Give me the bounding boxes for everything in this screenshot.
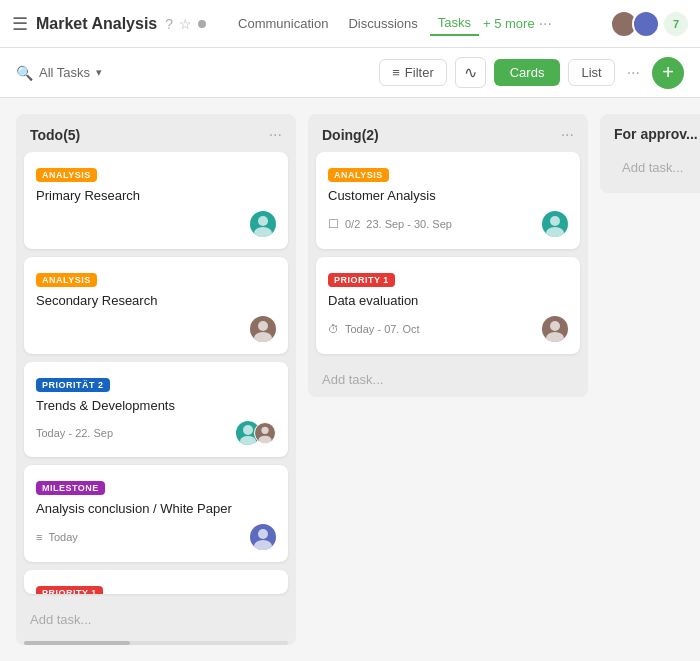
- avatar: [542, 316, 568, 342]
- card-footer: [36, 211, 276, 237]
- column-todo-header: Todo(5) ···: [16, 114, 296, 152]
- tag-priority1: PRIORITY 1: [36, 586, 103, 594]
- svg-point-0: [258, 216, 268, 226]
- nav-communication[interactable]: Communication: [230, 12, 336, 35]
- activity-icon: ∿: [464, 63, 477, 82]
- card-title: Trends & Developments: [36, 398, 276, 413]
- column-todo-more[interactable]: ···: [269, 126, 282, 144]
- card-footer: [36, 316, 276, 342]
- svg-point-2: [258, 321, 268, 331]
- nav-ellipsis[interactable]: ···: [539, 15, 552, 33]
- svg-point-1: [254, 227, 272, 237]
- svg-point-5: [240, 436, 256, 445]
- activity-button[interactable]: ∿: [455, 57, 486, 88]
- card-footer: ☐ 0/2 23. Sep - 30. Sep: [328, 211, 568, 237]
- all-tasks-label: All Tasks: [39, 65, 90, 80]
- tag-priority1: PRIORITY 1: [328, 273, 395, 287]
- card-title: Secondary Research: [36, 293, 276, 308]
- card-date: 23. Sep - 30. Sep: [366, 218, 452, 230]
- kanban-board: Todo(5) ··· ANALYSIS Primary Research AN…: [0, 98, 700, 661]
- scrollbar-todo[interactable]: [24, 641, 288, 645]
- card-trends[interactable]: PRIORITÄT 2 Trends & Developments Today …: [24, 362, 288, 457]
- column-doing-title: Doing(2): [322, 127, 379, 143]
- column-todo: Todo(5) ··· ANALYSIS Primary Research AN…: [16, 114, 296, 645]
- card-title: Primary Research: [36, 188, 276, 203]
- avatar-2: [632, 10, 660, 38]
- avatar-small: [254, 422, 276, 444]
- add-task-todo[interactable]: Add task...: [16, 602, 296, 637]
- svg-point-12: [550, 321, 560, 331]
- card-title: Data evaluation: [328, 293, 568, 308]
- card-title: Customer Analysis: [328, 188, 568, 203]
- card-footer: Today - 22. Sep: [36, 421, 276, 445]
- filter-button[interactable]: ≡ Filter: [379, 59, 446, 86]
- date-icon: ≡: [36, 531, 42, 543]
- card-date: Today: [48, 531, 77, 543]
- cards-button[interactable]: Cards: [494, 59, 561, 86]
- card-date: Today - 22. Sep: [36, 427, 113, 439]
- card-meta: ≡ Today: [36, 531, 78, 543]
- card-strategy[interactable]: PRIORITY 1 Strategy development Today - …: [24, 570, 288, 594]
- status-dot: [198, 20, 206, 28]
- menu-icon[interactable]: ☰: [12, 13, 28, 35]
- avatar-row: [236, 421, 276, 445]
- card-meta: ⏱ Today - 07. Oct: [328, 323, 420, 335]
- all-tasks-filter[interactable]: 🔍 All Tasks ▾: [16, 65, 102, 81]
- nav-tasks[interactable]: Tasks: [430, 11, 479, 36]
- card-check: 0/2: [345, 218, 360, 230]
- tag-priority2: PRIORITÄT 2: [36, 378, 110, 392]
- avatar-count[interactable]: 7: [664, 12, 688, 36]
- search-icon: 🔍: [16, 65, 33, 81]
- card-footer: ⏱ Today - 07. Oct: [328, 316, 568, 342]
- avatar: [542, 211, 568, 237]
- clock-icon: ⏱: [328, 323, 339, 335]
- filter-icon: ≡: [392, 65, 400, 80]
- tag-analysis: ANALYSIS: [36, 273, 97, 287]
- svg-point-6: [261, 427, 268, 434]
- checkbox-icon: ☐: [328, 217, 339, 231]
- chevron-down-icon: ▾: [96, 66, 102, 79]
- tag-analysis: ANALYSIS: [36, 168, 97, 182]
- column-doing-more[interactable]: ···: [561, 126, 574, 144]
- avatar: [250, 524, 276, 550]
- nav-more[interactable]: + 5 more: [483, 16, 535, 31]
- toolbar: 🔍 All Tasks ▾ ≡ Filter ∿ Cards List ··· …: [0, 48, 700, 98]
- card-primary-research[interactable]: ANALYSIS Primary Research: [24, 152, 288, 249]
- svg-point-8: [258, 529, 268, 539]
- card-analysis-conclusion[interactable]: MILESTONE Analysis conclusion / White Pa…: [24, 465, 288, 562]
- column-approval-title: For approv...: [614, 126, 698, 142]
- column-doing: Doing(2) ··· ANALYSIS Customer Analysis …: [308, 114, 588, 397]
- add-task-button[interactable]: +: [652, 57, 684, 89]
- svg-point-10: [550, 216, 560, 226]
- main-nav: Communication Discussions Tasks + 5 more…: [230, 11, 602, 36]
- header-icons: ? ☆: [165, 16, 206, 32]
- svg-point-3: [254, 332, 272, 342]
- card-footer: ≡ Today: [36, 524, 276, 550]
- column-doing-header: Doing(2) ···: [308, 114, 588, 152]
- svg-point-9: [254, 540, 272, 550]
- project-title: Market Analysis: [36, 15, 157, 33]
- column-for-approval: For approv... Add task...: [600, 114, 700, 193]
- add-task-approval[interactable]: Add task...: [608, 150, 700, 185]
- add-task-doing[interactable]: Add task...: [308, 362, 588, 397]
- avatar: [250, 211, 276, 237]
- svg-point-4: [243, 425, 253, 435]
- toolbar-more-icon[interactable]: ···: [623, 60, 644, 86]
- card-date: Today - 07. Oct: [345, 323, 420, 335]
- tag-milestone: MILESTONE: [36, 481, 105, 495]
- help-icon[interactable]: ?: [165, 16, 173, 32]
- card-secondary-research[interactable]: ANALYSIS Secondary Research: [24, 257, 288, 354]
- column-todo-title: Todo(5): [30, 127, 80, 143]
- column-todo-body: ANALYSIS Primary Research ANALYSIS Secon…: [16, 152, 296, 602]
- avatar-group[interactable]: 7: [610, 10, 688, 38]
- star-icon[interactable]: ☆: [179, 16, 192, 32]
- card-meta: ☐ 0/2 23. Sep - 30. Sep: [328, 217, 452, 231]
- column-approval-body: Add task...: [600, 150, 700, 193]
- list-button[interactable]: List: [568, 59, 614, 86]
- avatar: [250, 316, 276, 342]
- column-doing-body: ANALYSIS Customer Analysis ☐ 0/2 23. Sep…: [308, 152, 588, 362]
- svg-point-11: [546, 227, 564, 237]
- card-customer-analysis[interactable]: ANALYSIS Customer Analysis ☐ 0/2 23. Sep…: [316, 152, 580, 249]
- nav-discussions[interactable]: Discussions: [340, 12, 425, 35]
- card-data-evaluation[interactable]: PRIORITY 1 Data evaluation ⏱ Today - 07.…: [316, 257, 580, 354]
